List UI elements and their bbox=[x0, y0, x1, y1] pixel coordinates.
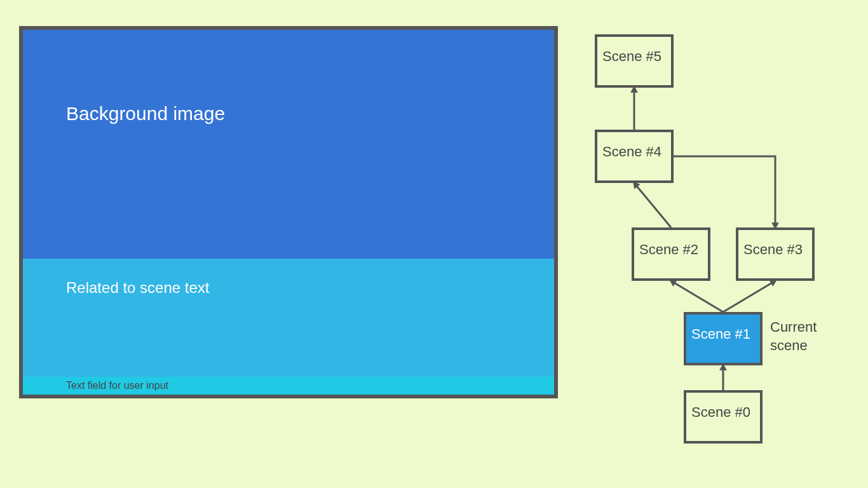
scene-node-scene-2[interactable]: Scene #2 bbox=[632, 227, 710, 281]
scene-node-scene-1[interactable]: Scene #1 bbox=[684, 312, 763, 365]
background-image-label: Background image bbox=[66, 103, 225, 125]
current-scene-annotation: Currentscene bbox=[770, 318, 817, 355]
scene-panel: Background image Related to scene text bbox=[19, 26, 558, 398]
scene-text-area: Related to scene text bbox=[23, 259, 554, 377]
svg-line-1 bbox=[671, 281, 723, 312]
user-input-area bbox=[23, 377, 554, 395]
svg-line-2 bbox=[723, 281, 775, 312]
scene-node-scene-3[interactable]: Scene #3 bbox=[736, 227, 815, 281]
scene-node-scene-0[interactable]: Scene #0 bbox=[684, 390, 763, 444]
scene-node-scene-4[interactable]: Scene #4 bbox=[595, 130, 674, 183]
scene-node-scene-5[interactable]: Scene #5 bbox=[595, 34, 674, 88]
user-input-field[interactable] bbox=[66, 377, 549, 395]
background-image-area: Background image bbox=[23, 30, 554, 259]
scene-text-label: Related to scene text bbox=[66, 279, 209, 297]
svg-line-3 bbox=[634, 183, 671, 227]
